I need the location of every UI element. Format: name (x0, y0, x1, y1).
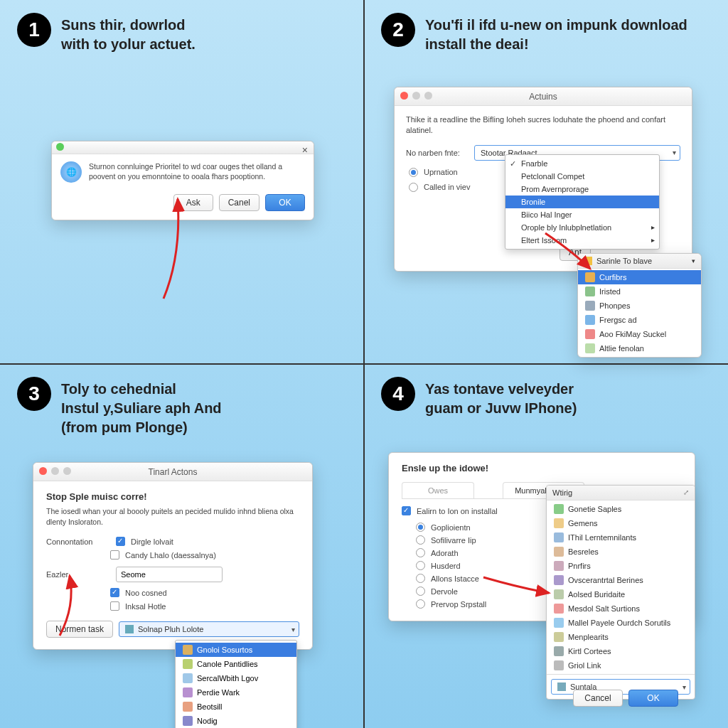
submenu-item[interactable]: Curfibrs (578, 270, 701, 284)
list-item[interactable]: Aolsed Buridaite (547, 587, 695, 601)
list-item[interactable]: Mesdol Salt Surtions (547, 601, 695, 616)
step-2-panel: 2 You'fi il ifd u-new on impunk download… (364, 0, 728, 364)
select-icon (557, 682, 566, 691)
close-traffic-icon[interactable] (39, 467, 47, 475)
list-item[interactable]: Gonetie Saples (547, 502, 695, 516)
radio-item[interactable] (416, 574, 425, 583)
chk-noo[interactable] (110, 588, 119, 597)
heading-text: Stop Sple muisc corre! (46, 491, 299, 502)
step-1-text: Suns thir, dowrlod with to yolur actuet. (61, 13, 196, 54)
radio-item[interactable] (416, 523, 425, 532)
close-icon[interactable]: × (302, 144, 308, 156)
folder-icon (584, 257, 592, 265)
task-dropdown[interactable]: Gnoloi Sosurtos Canole Pantidlies Sercal… (175, 640, 297, 728)
list-item[interactable]: Gemens (547, 516, 695, 530)
dropdown-item[interactable]: Eltert Issoom▸ (505, 234, 659, 247)
list-item[interactable]: Menplearits (547, 630, 695, 644)
dropdown-item[interactable]: SercalWbith Lgov (176, 671, 296, 685)
min-traffic-icon[interactable] (412, 92, 420, 100)
radio-label: Goplioientn (431, 523, 471, 532)
chevron-down-icon[interactable]: ▾ (692, 257, 695, 264)
submenu-item[interactable]: Frergsc ad (578, 313, 701, 327)
field-label: No narben fnte: (406, 149, 469, 157)
step-3-text: Toly to cehednial Instul y,Suliare aph A… (61, 377, 222, 437)
list-item[interactable]: Ovscerantrtal Berines (547, 573, 695, 587)
step-badge-4: 4 (381, 377, 415, 411)
radio-item[interactable] (416, 561, 425, 570)
radio-label: Adorath (431, 549, 459, 557)
category-panel: Wtirig ⤢ Gonetie Saples Gemens IThil Ler… (546, 485, 695, 700)
list-item[interactable]: Pnrfirs (547, 559, 695, 573)
min-traffic-icon[interactable] (51, 467, 59, 475)
task-select[interactable]: Solnap Pluh Lolote (119, 621, 299, 637)
list-item[interactable]: Kirtl Cortees (547, 644, 695, 658)
submenu-panel: Sarinle To blave ▾ Curfibrs Iristed Phon… (577, 253, 702, 358)
submenu-item[interactable]: Aoo FkiMay Suckel (578, 327, 701, 341)
submenu-header: Sarinle To blave (596, 257, 652, 265)
list-item[interactable]: Besreles (547, 545, 695, 559)
step-badge-3: 3 (17, 377, 51, 411)
heading-text: Ensle up the idowe! (402, 463, 682, 473)
dropdown-item[interactable]: Canole Pantidlies (176, 657, 296, 671)
chk-dirgle[interactable] (116, 537, 125, 546)
confirm-dialog: × 🌐 Sturnon connluinge Prioritel to wd c… (51, 141, 314, 220)
close-traffic-icon[interactable] (400, 92, 408, 100)
globe-icon: 🌐 (60, 161, 82, 183)
dropdown-item[interactable]: Petclonall Compet (505, 170, 659, 183)
window-title: Tinarl Actons (149, 467, 198, 477)
dropdown-item[interactable]: ✓Fnarble (505, 157, 659, 170)
radio-opt1[interactable] (409, 168, 418, 177)
conn-label: Connontation (46, 537, 110, 546)
dropdown-item[interactable]: Orople bly Inlubplnetlation▸ (505, 221, 659, 234)
radio-opt1-label: Uprnation (424, 168, 458, 176)
dropdown-item[interactable]: Nodig (176, 714, 296, 728)
ok-button[interactable]: OK (265, 194, 305, 211)
status-icon (56, 143, 64, 151)
chk-inksal[interactable] (110, 601, 119, 611)
dropdown-item[interactable]: Gnoloi Sosurtos (176, 643, 296, 657)
radio-item[interactable] (416, 587, 425, 596)
chk-candy-label: Candy Lhalo (daessalnya) (125, 551, 216, 560)
ask-button[interactable]: Ask (173, 194, 213, 211)
radio-opt2[interactable] (409, 183, 418, 192)
radio-item[interactable] (416, 548, 425, 557)
radio-label: Allons Istacce (431, 574, 479, 583)
window-title: Actuins (529, 92, 557, 102)
step-4-panel: 4 Yas tontave velveyder guam or Juvw IPh… (364, 364, 728, 728)
tab-owes[interactable]: Owes (402, 482, 474, 498)
source-dropdown[interactable]: ✓Fnarble Petclonall Compet Prom Avernpro… (505, 154, 660, 250)
submenu-item[interactable]: Iristed (578, 284, 701, 299)
step-badge-2: 2 (381, 13, 415, 47)
list-item[interactable]: Mallel Payele Ourdch Sorutils (547, 616, 695, 630)
chk-install[interactable] (402, 506, 411, 515)
submenu-item[interactable]: Altlie fenolan (578, 341, 701, 355)
step-badge-1: 1 (17, 13, 51, 47)
dropdown-item[interactable]: Biico Hal Inger (505, 208, 659, 221)
radio-item[interactable] (416, 599, 425, 609)
normen-button[interactable]: Normen task (46, 621, 113, 638)
radio-label: Dervole (431, 587, 458, 596)
dropdown-item[interactable]: Prom Avernprorage (505, 183, 659, 196)
step-3-panel: 3 Toly to cehednial Instul y,Suliare aph… (0, 364, 364, 728)
list-item[interactable]: Griol Link (547, 658, 695, 673)
cancel-button[interactable]: Canel (219, 194, 259, 211)
ok-button[interactable]: OK (628, 690, 678, 707)
chk-dirgle-label: Dirgle lolvait (131, 537, 173, 546)
max-traffic-icon[interactable] (424, 92, 432, 100)
radio-label: Husderd (431, 562, 461, 570)
cancel-button[interactable]: Cancel (573, 690, 623, 707)
submenu-item[interactable]: Phonpes (578, 299, 701, 313)
dropdown-item[interactable]: Perdie Wark (176, 685, 296, 700)
radio-item[interactable] (416, 535, 425, 545)
dropdown-item[interactable]: Beotsill (176, 700, 296, 714)
chk-candy[interactable] (110, 550, 119, 560)
subtitle-text: The iosedl whan your al boooly puitels a… (46, 506, 299, 527)
dropdown-item[interactable]: Bronile (505, 196, 659, 208)
expand-icon[interactable]: ⤢ (683, 488, 689, 497)
chk-inksal-label: Inksal Hotle (125, 602, 166, 611)
max-traffic-icon[interactable] (63, 467, 71, 475)
eazler-label: Eazler (46, 570, 110, 579)
eazler-input[interactable] (116, 567, 223, 582)
step-4-text: Yas tontave velveyder guam or Juvw IPhon… (425, 377, 577, 418)
list-item[interactable]: IThil Lerntemnilants (547, 530, 695, 545)
